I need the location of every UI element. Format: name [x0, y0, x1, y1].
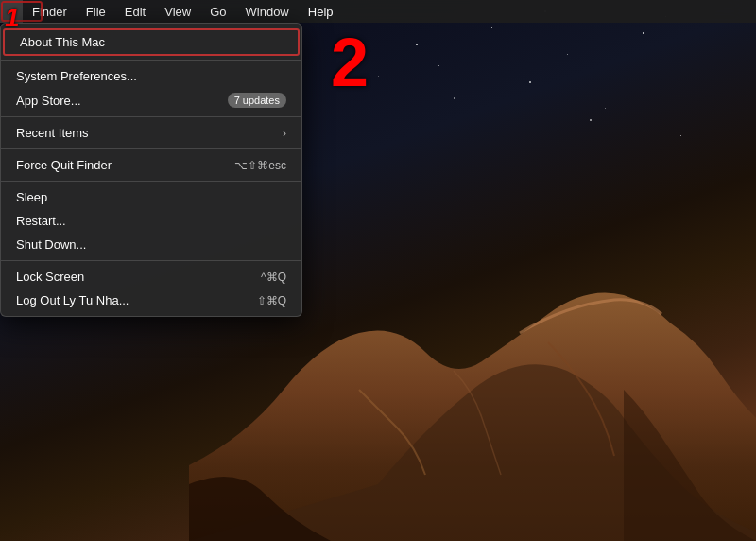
force-quit-label: Force Quit Finder — [16, 158, 234, 172]
apple-dropdown-menu: About This Mac System Preferences... App… — [0, 23, 302, 317]
lock-screen-label: Lock Screen — [16, 270, 261, 284]
menu-item-app-store[interactable]: App Store... 7 updates — [1, 88, 301, 113]
menubar-window[interactable]: Window — [236, 0, 299, 23]
menu-separator-2 — [1, 116, 301, 117]
restart-label: Restart... — [16, 214, 286, 228]
menu-item-sleep[interactable]: Sleep — [1, 185, 301, 209]
sleep-label: Sleep — [16, 190, 286, 204]
menu-item-system-preferences[interactable]: System Preferences... — [1, 64, 301, 88]
menubar: Finder File Edit View Go Window Help — [0, 0, 756, 23]
recent-items-submenu-icon: › — [283, 127, 286, 140]
logout-shortcut: ⇧⌘Q — [257, 294, 286, 307]
app-store-label: App Store... — [16, 94, 228, 108]
menu-item-lock-screen[interactable]: Lock Screen ^⌘Q — [1, 265, 301, 288]
annotation-number-2: 2 — [331, 28, 369, 96]
menu-separator-3 — [1, 148, 301, 149]
menubar-view[interactable]: View — [155, 0, 200, 23]
system-preferences-label: System Preferences... — [16, 69, 286, 83]
menubar-go[interactable]: Go — [200, 0, 235, 23]
menu-separator-1 — [1, 60, 301, 61]
app-store-badge: 7 updates — [228, 93, 286, 108]
annotation-number-1: 1 — [5, 5, 20, 31]
menu-item-about-this-mac[interactable]: About This Mac — [3, 28, 300, 56]
logout-label: Log Out Ly Tu Nha... — [16, 293, 257, 307]
menu-item-restart[interactable]: Restart... — [1, 209, 301, 233]
shutdown-label: Shut Down... — [16, 237, 286, 252]
menu-separator-4 — [1, 181, 301, 182]
about-this-mac-label: About This Mac — [20, 35, 283, 49]
menubar-edit[interactable]: Edit — [115, 0, 155, 23]
menu-separator-5 — [1, 260, 301, 261]
menu-item-recent-items[interactable]: Recent Items › — [1, 121, 301, 145]
menubar-file[interactable]: File — [77, 0, 115, 23]
menu-item-shutdown[interactable]: Shut Down... — [1, 233, 301, 256]
menu-item-logout[interactable]: Log Out Ly Tu Nha... ⇧⌘Q — [1, 288, 301, 312]
menubar-help[interactable]: Help — [299, 0, 343, 23]
force-quit-shortcut: ⌥⇧⌘esc — [234, 159, 286, 172]
menu-item-force-quit[interactable]: Force Quit Finder ⌥⇧⌘esc — [1, 153, 301, 177]
recent-items-label: Recent Items — [16, 126, 283, 140]
lock-screen-shortcut: ^⌘Q — [261, 270, 286, 284]
